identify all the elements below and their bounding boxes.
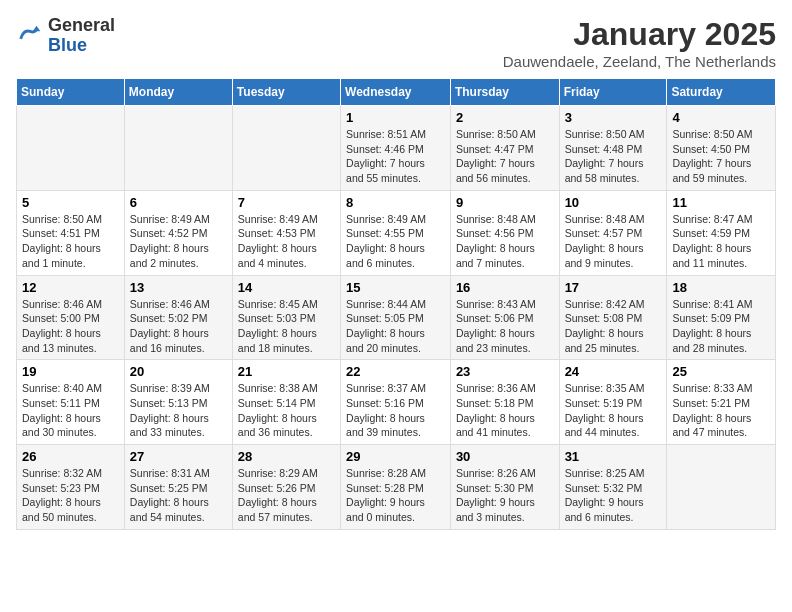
cell-info: Sunrise: 8:29 AM Sunset: 5:26 PM Dayligh… [238,466,335,525]
calendar-week-2: 5Sunrise: 8:50 AM Sunset: 4:51 PM Daylig… [17,190,776,275]
cell-info: Sunrise: 8:37 AM Sunset: 5:16 PM Dayligh… [346,381,445,440]
calendar-cell: 25Sunrise: 8:33 AM Sunset: 5:21 PM Dayli… [667,360,776,445]
cell-info: Sunrise: 8:48 AM Sunset: 4:56 PM Dayligh… [456,212,554,271]
cell-info: Sunrise: 8:32 AM Sunset: 5:23 PM Dayligh… [22,466,119,525]
cell-info: Sunrise: 8:31 AM Sunset: 5:25 PM Dayligh… [130,466,227,525]
day-number: 24 [565,364,662,379]
day-number: 9 [456,195,554,210]
logo: General Blue [16,16,115,56]
calendar-cell: 11Sunrise: 8:47 AM Sunset: 4:59 PM Dayli… [667,190,776,275]
cell-info: Sunrise: 8:50 AM Sunset: 4:48 PM Dayligh… [565,127,662,186]
calendar-header-row: SundayMondayTuesdayWednesdayThursdayFrid… [17,79,776,106]
calendar-cell: 8Sunrise: 8:49 AM Sunset: 4:55 PM Daylig… [341,190,451,275]
day-header-saturday: Saturday [667,79,776,106]
calendar-cell: 13Sunrise: 8:46 AM Sunset: 5:02 PM Dayli… [124,275,232,360]
day-header-monday: Monday [124,79,232,106]
day-number: 10 [565,195,662,210]
day-number: 2 [456,110,554,125]
day-number: 5 [22,195,119,210]
cell-info: Sunrise: 8:36 AM Sunset: 5:18 PM Dayligh… [456,381,554,440]
cell-info: Sunrise: 8:25 AM Sunset: 5:32 PM Dayligh… [565,466,662,525]
cell-info: Sunrise: 8:51 AM Sunset: 4:46 PM Dayligh… [346,127,445,186]
day-number: 26 [22,449,119,464]
calendar-cell: 22Sunrise: 8:37 AM Sunset: 5:16 PM Dayli… [341,360,451,445]
day-number: 21 [238,364,335,379]
calendar-cell [17,106,125,191]
day-number: 27 [130,449,227,464]
cell-info: Sunrise: 8:41 AM Sunset: 5:09 PM Dayligh… [672,297,770,356]
calendar-cell: 3Sunrise: 8:50 AM Sunset: 4:48 PM Daylig… [559,106,667,191]
day-number: 4 [672,110,770,125]
cell-info: Sunrise: 8:28 AM Sunset: 5:28 PM Dayligh… [346,466,445,525]
calendar-week-3: 12Sunrise: 8:46 AM Sunset: 5:00 PM Dayli… [17,275,776,360]
calendar-cell [232,106,340,191]
day-number: 18 [672,280,770,295]
day-number: 29 [346,449,445,464]
logo-text: General Blue [48,16,115,56]
cell-info: Sunrise: 8:47 AM Sunset: 4:59 PM Dayligh… [672,212,770,271]
day-number: 30 [456,449,554,464]
calendar-week-5: 26Sunrise: 8:32 AM Sunset: 5:23 PM Dayli… [17,445,776,530]
month-title: January 2025 [503,16,776,53]
cell-info: Sunrise: 8:44 AM Sunset: 5:05 PM Dayligh… [346,297,445,356]
cell-info: Sunrise: 8:39 AM Sunset: 5:13 PM Dayligh… [130,381,227,440]
calendar-cell: 31Sunrise: 8:25 AM Sunset: 5:32 PM Dayli… [559,445,667,530]
calendar-cell: 5Sunrise: 8:50 AM Sunset: 4:51 PM Daylig… [17,190,125,275]
calendar-cell: 18Sunrise: 8:41 AM Sunset: 5:09 PM Dayli… [667,275,776,360]
cell-info: Sunrise: 8:40 AM Sunset: 5:11 PM Dayligh… [22,381,119,440]
cell-info: Sunrise: 8:43 AM Sunset: 5:06 PM Dayligh… [456,297,554,356]
day-header-tuesday: Tuesday [232,79,340,106]
day-number: 14 [238,280,335,295]
calendar-cell: 1Sunrise: 8:51 AM Sunset: 4:46 PM Daylig… [341,106,451,191]
cell-info: Sunrise: 8:50 AM Sunset: 4:51 PM Dayligh… [22,212,119,271]
cell-info: Sunrise: 8:45 AM Sunset: 5:03 PM Dayligh… [238,297,335,356]
logo-general: General [48,16,115,36]
calendar-cell: 19Sunrise: 8:40 AM Sunset: 5:11 PM Dayli… [17,360,125,445]
day-number: 23 [456,364,554,379]
calendar-cell: 29Sunrise: 8:28 AM Sunset: 5:28 PM Dayli… [341,445,451,530]
cell-info: Sunrise: 8:38 AM Sunset: 5:14 PM Dayligh… [238,381,335,440]
calendar-table: SundayMondayTuesdayWednesdayThursdayFrid… [16,78,776,530]
calendar-cell: 14Sunrise: 8:45 AM Sunset: 5:03 PM Dayli… [232,275,340,360]
calendar-cell: 6Sunrise: 8:49 AM Sunset: 4:52 PM Daylig… [124,190,232,275]
day-number: 6 [130,195,227,210]
calendar-cell: 4Sunrise: 8:50 AM Sunset: 4:50 PM Daylig… [667,106,776,191]
cell-info: Sunrise: 8:26 AM Sunset: 5:30 PM Dayligh… [456,466,554,525]
title-block: January 2025 Dauwendaele, Zeeland, The N… [503,16,776,70]
cell-info: Sunrise: 8:49 AM Sunset: 4:52 PM Dayligh… [130,212,227,271]
calendar-cell: 23Sunrise: 8:36 AM Sunset: 5:18 PM Dayli… [450,360,559,445]
calendar-cell: 12Sunrise: 8:46 AM Sunset: 5:00 PM Dayli… [17,275,125,360]
day-number: 15 [346,280,445,295]
calendar-cell: 9Sunrise: 8:48 AM Sunset: 4:56 PM Daylig… [450,190,559,275]
subtitle: Dauwendaele, Zeeland, The Netherlands [503,53,776,70]
calendar-cell [667,445,776,530]
calendar-cell: 26Sunrise: 8:32 AM Sunset: 5:23 PM Dayli… [17,445,125,530]
calendar-cell: 7Sunrise: 8:49 AM Sunset: 4:53 PM Daylig… [232,190,340,275]
day-header-wednesday: Wednesday [341,79,451,106]
day-number: 31 [565,449,662,464]
cell-info: Sunrise: 8:50 AM Sunset: 4:50 PM Dayligh… [672,127,770,186]
logo-icon [16,22,44,50]
day-number: 25 [672,364,770,379]
day-header-friday: Friday [559,79,667,106]
day-number: 11 [672,195,770,210]
day-number: 13 [130,280,227,295]
day-number: 20 [130,364,227,379]
day-header-thursday: Thursday [450,79,559,106]
calendar-cell: 28Sunrise: 8:29 AM Sunset: 5:26 PM Dayli… [232,445,340,530]
page-header: General Blue January 2025 Dauwendaele, Z… [16,16,776,70]
cell-info: Sunrise: 8:50 AM Sunset: 4:47 PM Dayligh… [456,127,554,186]
day-number: 3 [565,110,662,125]
day-number: 12 [22,280,119,295]
calendar-cell: 30Sunrise: 8:26 AM Sunset: 5:30 PM Dayli… [450,445,559,530]
cell-info: Sunrise: 8:49 AM Sunset: 4:53 PM Dayligh… [238,212,335,271]
calendar-cell: 16Sunrise: 8:43 AM Sunset: 5:06 PM Dayli… [450,275,559,360]
cell-info: Sunrise: 8:42 AM Sunset: 5:08 PM Dayligh… [565,297,662,356]
calendar-cell: 10Sunrise: 8:48 AM Sunset: 4:57 PM Dayli… [559,190,667,275]
day-number: 16 [456,280,554,295]
day-number: 7 [238,195,335,210]
calendar-cell: 20Sunrise: 8:39 AM Sunset: 5:13 PM Dayli… [124,360,232,445]
day-number: 8 [346,195,445,210]
day-number: 28 [238,449,335,464]
cell-info: Sunrise: 8:35 AM Sunset: 5:19 PM Dayligh… [565,381,662,440]
